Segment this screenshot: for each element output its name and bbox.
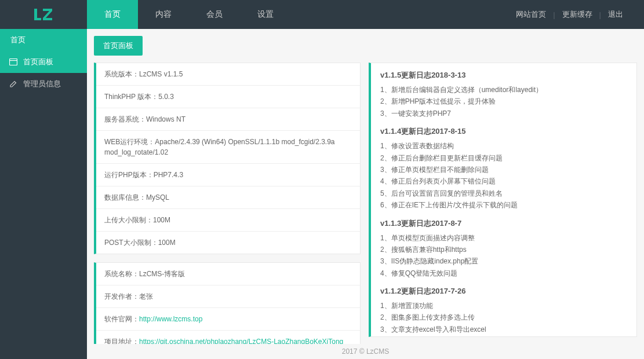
main: 首页面板 系统版本：LzCMS v1.1.5 ThinkPHP 版本：5.0.3…: [87, 29, 644, 359]
changelog-line: 1、新增置顶功能: [380, 300, 627, 312]
site-info-card: 系统名称：LzCMS-博客版 开发作者：老张 软件官网：http://www.l…: [94, 262, 361, 344]
info-row: WEB运行环境：Apache/2.4.39 (Win64) OpenSSL/1.…: [96, 131, 360, 164]
changelog-line: 3、IIS伪静态隐藏index.php配置: [380, 255, 627, 267]
breadcrumb: 首页: [0, 29, 87, 51]
official-site-link[interactable]: http://www.lzcms.top: [139, 315, 202, 323]
panel-icon: [9, 58, 17, 66]
sidebar-item-label: 管理员信息: [23, 79, 61, 89]
changelog-line: 6、修正在IE下上传图片/文件提示下载的问题: [380, 199, 627, 211]
info-row: 开发作者：老张: [96, 285, 360, 308]
changelog-line: 3、一键安装支持PHP7: [380, 108, 627, 119]
nav-content[interactable]: 内容: [138, 0, 189, 29]
top-nav: 首页 内容 会员 设置: [87, 0, 291, 29]
svg-rect-0: [10, 59, 17, 65]
info-row: 服务器系统：Windows NT: [96, 108, 360, 131]
link-refresh-cache[interactable]: 更新缓存: [555, 9, 599, 20]
page-title: 首页面板: [94, 36, 143, 56]
header-right: 网站首页 | 更新缓存 | 退出: [509, 9, 644, 20]
nav-member[interactable]: 会员: [189, 0, 240, 29]
changelog-line: 4、修正后台列表页小屏幕下错位问题: [380, 175, 627, 187]
changelog-block: v1.1.3更新日志2017-8-71、单页模型页面描述内容调整2、搜狐畅言兼容…: [380, 218, 627, 280]
changelog-line: 4、修复已知bug: [380, 335, 627, 337]
link-logout[interactable]: 退出: [601, 9, 630, 20]
info-row: 系统版本：LzCMS v1.1.5: [96, 63, 360, 86]
info-row: POST大小限制：100M: [96, 232, 360, 254]
changelog-title: v1.1.2更新日志2017-7-26: [380, 286, 627, 296]
edit-icon: [9, 80, 17, 88]
repo-link[interactable]: https://git.oschina.net/phplaozhang/LzCM…: [139, 338, 343, 344]
changelog-line: 2、搜狐畅言兼容http和https: [380, 244, 627, 255]
changelog-line: 2、修正后台删除栏目更新栏目缓存问题: [380, 152, 627, 164]
changelog-line: 2、新增PHP版本过低提示，提升体验: [380, 96, 627, 107]
changelog-line: 3、修正单页模型栏目不能删除问题: [380, 164, 627, 175]
nav-settings[interactable]: 设置: [240, 0, 291, 29]
changelog-card: v1.1.5更新日志2018-3-131、新增后台编辑器自定义选择（umedit…: [369, 63, 637, 337]
changelog-line: 4、修复QQ登陆无效问题: [380, 268, 627, 279]
changelog-block: v1.1.5更新日志2018-3-131、新增后台编辑器自定义选择（umedit…: [380, 70, 627, 119]
page-top: 首页面板: [87, 29, 644, 56]
changelog-title: v1.1.4更新日志2017-8-15: [380, 126, 627, 137]
system-info-card: 系统版本：LzCMS v1.1.5 ThinkPHP 版本：5.0.3 服务器系…: [94, 63, 361, 254]
info-row: 数据库信息：MySQL: [96, 186, 360, 209]
info-row: 软件官网：http://www.lzcms.top: [96, 308, 360, 331]
info-row: 上传大小限制：100M: [96, 209, 360, 232]
changelog-line: 1、修改设置表数据结构: [380, 140, 627, 152]
changelog-line: 1、新增后台编辑器自定义选择（umeditor和layedit）: [380, 84, 627, 96]
changelog-title: v1.1.3更新日志2017-8-7: [380, 218, 627, 229]
changelog-block: v1.1.4更新日志2017-8-151、修改设置表数据结构2、修正后台删除栏目…: [380, 126, 627, 211]
sidebar-item-label: 首页面板: [23, 57, 53, 67]
sidebar-item-dashboard[interactable]: 首页面板: [0, 51, 87, 73]
header: 首页 内容 会员 设置 网站首页 | 更新缓存 | 退出: [0, 0, 644, 29]
info-row: ThinkPHP 版本：5.0.3: [96, 86, 360, 108]
info-row: 项目地址：https://git.oschina.net/phplaozhang…: [96, 331, 360, 344]
changelog-line: 5、后台可设置留言回复的管理员和姓名: [380, 188, 627, 199]
changelog-title: v1.1.5更新日志2018-3-13: [380, 70, 627, 80]
info-row: 运行PHP版本：PHP7.4.3: [96, 164, 360, 186]
changelog-line: 1、单页模型页面描述内容调整: [380, 232, 627, 244]
changelog-line: 2、图集多图上传支持多选上传: [380, 312, 627, 323]
sidebar-item-admin-info[interactable]: 管理员信息: [0, 73, 87, 95]
changelog-block: v1.1.2更新日志2017-7-261、新增置顶功能2、图集多图上传支持多选上…: [380, 286, 627, 337]
sidebar: 首页 首页面板 管理员信息: [0, 29, 87, 359]
info-row: 系统名称：LzCMS-博客版: [96, 263, 360, 285]
logo[interactable]: [0, 0, 87, 29]
footer: 2017 © LzCMS: [87, 344, 644, 359]
link-site-home[interactable]: 网站首页: [509, 9, 553, 20]
nav-home[interactable]: 首页: [87, 0, 138, 29]
changelog-line: 3、文章支持excel导入和导出excel: [380, 324, 627, 335]
